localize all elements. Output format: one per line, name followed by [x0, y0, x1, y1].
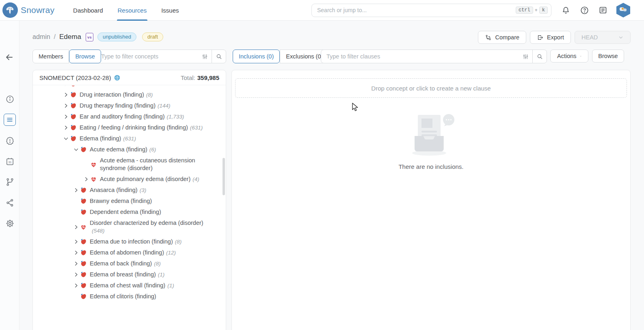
brand-name[interactable]: Snowray	[21, 5, 54, 15]
expand-chevron-icon[interactable]	[62, 86, 69, 88]
expand-chevron-icon[interactable]	[82, 176, 90, 183]
export-button[interactable]: Export	[530, 31, 571, 44]
filter-options-icon[interactable]	[519, 50, 532, 63]
descendant-count: (6)	[149, 147, 156, 153]
info-icon[interactable]	[4, 93, 16, 105]
browse-button[interactable]: Browse	[592, 50, 624, 63]
tree-item[interactable]	[33, 86, 226, 89]
globe-icon[interactable]	[114, 74, 121, 81]
expand-chevron-icon[interactable]	[62, 102, 69, 110]
compare-button[interactable]: Compare	[478, 31, 526, 44]
concept-label[interactable]: Acute pulmonary edema (disorder)(4)	[100, 175, 199, 183]
tree-item[interactable]: Edema (finding)(631)	[33, 133, 226, 144]
tree-item[interactable]: Edema of chest wall (finding)(1)	[33, 280, 226, 291]
expand-chevron-icon[interactable]	[72, 249, 80, 257]
expand-chevron-icon[interactable]	[72, 282, 80, 289]
empty-state: There are no inclusions.	[232, 111, 630, 170]
settings-gear-icon[interactable]	[4, 217, 16, 229]
breadcrumb-parent[interactable]: admin	[32, 33, 50, 41]
concept-label[interactable]: Edema of chest wall (finding)(1)	[90, 282, 174, 289]
tree-item[interactable]: Ear and auditory finding (finding)(1,733…	[33, 111, 226, 122]
concept-label[interactable]: Edema of breast (finding)(1)	[90, 271, 164, 278]
concept-label[interactable]: Acute edema - cutaneous distension syndr…	[100, 157, 201, 172]
concept-label[interactable]: Disorder characterized by edema (disorde…	[90, 219, 207, 235]
tree-item[interactable]: Brawny edema (finding)	[33, 196, 226, 207]
tree-item[interactable]: Edema of clitoris (finding)	[33, 291, 226, 302]
expand-chevron-icon[interactable]	[62, 124, 69, 132]
concept-label[interactable]: Edema due to infection (finding)(8)	[90, 238, 182, 246]
tree-item[interactable]: Edema of breast (finding)(1)	[33, 269, 226, 280]
concept-label[interactable]: Edema (finding)(631)	[80, 135, 136, 142]
concept-label[interactable]: Ear and auditory finding (finding)(1,733…	[80, 113, 184, 121]
version-select[interactable]: HEAD	[575, 31, 631, 44]
concept-label[interactable]: Eating / feeding / drinking finding (fin…	[80, 124, 203, 132]
expand-chevron-icon[interactable]	[82, 161, 90, 168]
actions-dropdown[interactable]: Actions	[550, 50, 588, 63]
new-clause-dropzone[interactable]: Drop concept or click to create a new cl…	[235, 78, 627, 98]
expand-chevron-icon[interactable]	[62, 113, 69, 121]
global-search-input[interactable]	[317, 7, 516, 13]
clause-search-icon[interactable]	[532, 50, 547, 63]
expand-chevron-icon[interactable]	[72, 209, 80, 216]
tree-item[interactable]: Drug therapy finding (finding)(144)	[33, 100, 226, 111]
tree-item[interactable]: Edema due to infection (finding)(8)	[33, 236, 226, 247]
tree-item[interactable]: Anasarca (finding)(3)	[33, 185, 226, 196]
toggle-option[interactable]: Members	[32, 50, 69, 63]
expand-chevron-icon[interactable]	[72, 293, 80, 300]
expand-chevron-icon[interactable]	[72, 223, 80, 231]
expand-chevron-icon[interactable]	[72, 238, 80, 246]
descendant-count: (144)	[158, 103, 171, 109]
tree-item[interactable]: Disorder characterized by edema (disorde…	[33, 218, 226, 236]
tree-item[interactable]: Dependent edema (finding)	[33, 207, 226, 218]
concept-list-icon[interactable]	[4, 114, 16, 126]
filter-options-icon[interactable]	[198, 50, 212, 63]
concept-filter-input[interactable]	[96, 50, 198, 63]
tree-item[interactable]: Eating / feeding / drinking finding (fin…	[33, 122, 226, 133]
concept-label[interactable]: Dependent edema (finding)	[90, 208, 161, 216]
concept-label[interactable]: Anasarca (finding)(3)	[90, 186, 146, 194]
concept-label[interactable]: Brawny edema (finding)	[90, 197, 152, 205]
tree-item[interactable]: Acute edema (finding)(6)	[33, 144, 226, 155]
nav-link[interactable]: Dashboard	[66, 0, 110, 21]
nav-link[interactable]: Resources	[110, 0, 154, 21]
bell-icon[interactable]	[560, 5, 571, 15]
global-search[interactable]: ctrl + k	[311, 4, 551, 17]
tree-scrollbar-thumb[interactable]	[223, 158, 225, 195]
concept-label[interactable]: Edema of back (finding)(8)	[90, 260, 161, 267]
clause-filter[interactable]	[321, 50, 547, 63]
share-icon[interactable]	[4, 196, 16, 209]
back-arrow-icon[interactable]	[3, 51, 15, 63]
user-avatar[interactable]	[616, 3, 630, 17]
snowray-logo-icon[interactable]	[2, 2, 18, 18]
issues-badge-icon[interactable]	[4, 134, 16, 147]
tree-item[interactable]: Edema of abdomen (finding)(12)	[33, 247, 226, 258]
concept-label[interactable]: Edema of clitoris (finding)	[90, 293, 156, 300]
expand-chevron-icon[interactable]	[62, 135, 69, 142]
concept-label[interactable]: Edema of abdomen (finding)(12)	[90, 249, 176, 257]
expand-chevron-icon[interactable]	[72, 198, 80, 205]
expand-chevron-icon[interactable]	[62, 91, 69, 99]
tree-item[interactable]: Edema of back (finding)(8)	[33, 258, 226, 269]
toggle-option[interactable]: Inclusions (0)	[233, 50, 280, 63]
expand-chevron-icon[interactable]	[72, 260, 80, 267]
toggle-option[interactable]: Browse	[69, 50, 101, 63]
tree-item[interactable]: Drug interaction (finding)(8)	[33, 89, 226, 100]
browse-label: Browse	[598, 53, 618, 59]
expand-chevron-icon[interactable]	[72, 187, 80, 194]
expand-chevron-icon[interactable]	[72, 271, 80, 278]
branches-icon[interactable]	[4, 176, 16, 188]
news-icon[interactable]	[598, 5, 608, 15]
tree-item[interactable]: Acute edema - cutaneous distension syndr…	[33, 155, 226, 174]
help-icon[interactable]	[579, 5, 590, 15]
concept-label[interactable]: Drug therapy finding (finding)(144)	[80, 102, 171, 110]
nav-link[interactable]: Issues	[154, 0, 186, 21]
clause-filter-input[interactable]	[321, 50, 519, 63]
concept-filter[interactable]	[95, 50, 226, 63]
concept-label[interactable]: Acute edema (finding)(6)	[90, 146, 156, 153]
expand-chevron-icon[interactable]	[72, 146, 80, 153]
finding-icon	[80, 271, 87, 278]
tree-item[interactable]: Acute pulmonary edema (disorder)(4)	[33, 174, 226, 185]
calendar-icon[interactable]: 31	[4, 155, 16, 167]
concept-label[interactable]: Drug interaction (finding)(8)	[80, 91, 153, 99]
concept-search-icon[interactable]	[212, 50, 226, 63]
